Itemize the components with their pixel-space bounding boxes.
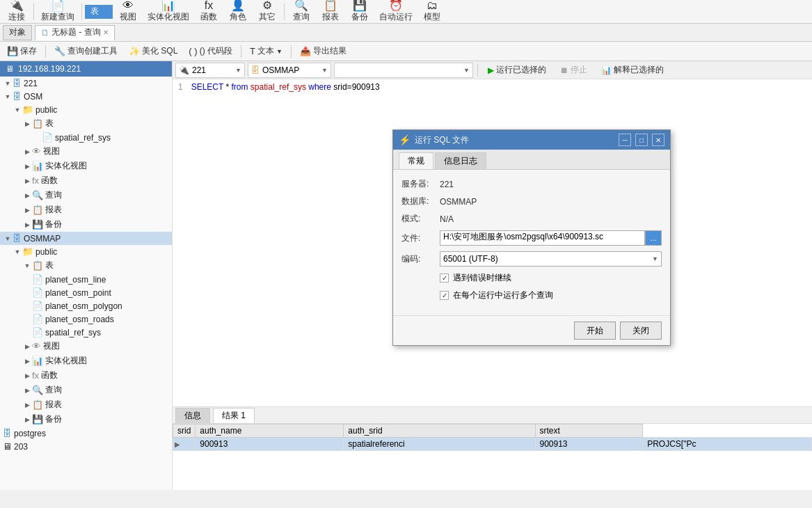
tab1-close-icon[interactable]: ✕: [103, 29, 109, 36]
sidebar-item-osmmap-mat-views[interactable]: ▶ 📊 实体化视图: [0, 354, 172, 368]
sidebar-item-osmmap-functions[interactable]: ▶ fx 函数: [0, 368, 172, 383]
role-button[interactable]: 👤 角色: [224, 0, 252, 24]
view-icon: 👁: [122, 0, 134, 11]
dialog-tab-general[interactable]: 常规: [399, 152, 433, 169]
db-icon-osmmap: 🗄: [13, 233, 22, 244]
file-input[interactable]: H:\安可地图服务\osm2pgsql\x64\900913.sc: [440, 230, 645, 246]
sidebar-item-osm-tables[interactable]: ▶ 📋 表: [0, 116, 172, 131]
sidebar-item-osm-public[interactable]: ▼ 📁 public: [0, 103, 172, 116]
connect-button[interactable]: 🔌 连接: [3, 0, 31, 24]
stb-sep2: [241, 45, 241, 58]
stop-button[interactable]: ⏹ 停止: [555, 63, 593, 77]
text-button[interactable]: T 文本 ▼: [246, 44, 287, 58]
nav-tab-query1[interactable]: 🗋 无标题 - 查询 ✕: [35, 25, 115, 40]
export-results-button[interactable]: 📤 导出结果: [296, 44, 351, 58]
sidebar-item-osm-mat-views[interactable]: ▶ 📊 实体化视图: [0, 159, 172, 173]
sidebar-item-osmmap[interactable]: ▼ 🗄 OSMMAP: [0, 232, 172, 245]
checkbox-multiple-queries[interactable]: ✓ 在每个运行中运行多个查询: [440, 289, 662, 301]
dialog-close-button[interactable]: ✕: [652, 134, 664, 146]
query-button[interactable]: 🔍 查询: [287, 0, 315, 24]
sidebar-item-osm[interactable]: ▼ 🗄 OSM: [0, 90, 172, 103]
mat-view-icon: 📊: [161, 0, 175, 11]
stb-sep3: [291, 45, 292, 58]
beautify-sql-button[interactable]: ✨ 美化 SQL: [125, 44, 182, 58]
sidebar-item-osmmap-reports[interactable]: ▶ 📋 报表: [0, 397, 172, 412]
sidebar-item-osmmap-tables[interactable]: ▼ 📋 表: [0, 258, 172, 273]
cell-srtext: PROJCS["Pc: [643, 438, 812, 451]
checkbox-continue-on-error[interactable]: ✓ 遇到错误时继续: [440, 272, 662, 284]
backup-icon-2: 💾: [32, 414, 43, 424]
info-tab[interactable]: 信息: [175, 408, 210, 423]
line-number-1: 1: [178, 82, 183, 92]
reports-icon-2: 📋: [32, 399, 43, 410]
sidebar-item-postgres[interactable]: 🗄 postgres: [0, 427, 172, 440]
report-button[interactable]: 📋 报表: [317, 0, 344, 24]
search-box[interactable]: ▼: [334, 63, 473, 78]
sidebar-item-osmmap-views[interactable]: ▶ 👁 视图: [0, 339, 172, 354]
encoding-select[interactable]: 65001 (UTF-8) ▼: [440, 251, 662, 267]
sidebar-item-planet-osm-point[interactable]: 📄 planet_osm_point: [0, 286, 172, 299]
row-arrow-icon: ▶: [175, 440, 180, 448]
sidebar-item-osmmap-queries[interactable]: ▶ 🔍 查询: [0, 383, 172, 397]
new-query-button[interactable]: 📄 新建查询: [37, 0, 79, 24]
dialog-server-row: 服务器: 221: [401, 178, 662, 190]
query-icon: 🔍: [294, 0, 308, 11]
auto-run-button[interactable]: ⏰ 自动运行: [375, 0, 417, 24]
browse-button[interactable]: ...: [645, 230, 662, 246]
arrow-osmmap-backup: ▶: [22, 416, 32, 423]
close-dialog-button[interactable]: 关闭: [620, 322, 662, 340]
checkbox-icon-2[interactable]: ✓: [440, 291, 449, 300]
results-tab-1[interactable]: 结果 1: [213, 408, 255, 423]
sidebar-item-221[interactable]: ▼ 🗄 221: [0, 77, 172, 90]
sidebar-item-planet-osm-roads[interactable]: 📄 planet_osm_roads: [0, 312, 172, 326]
function-button[interactable]: fx 函数: [195, 0, 223, 24]
query-builder-button[interactable]: 🔧 查询创建工具: [50, 44, 122, 58]
dialog-tab-info-log[interactable]: 信息日志: [435, 152, 486, 169]
dialog-maximize-button[interactable]: □: [635, 134, 648, 146]
dialog-file-row: 文件: H:\安可地图服务\osm2pgsql\x64\900913.sc ..…: [401, 230, 662, 246]
table-icon-line: 📄: [32, 274, 43, 285]
sidebar-item-osm-reports[interactable]: ▶ 📋 报表: [0, 203, 172, 217]
start-button[interactable]: 开始: [574, 322, 616, 340]
database-selector[interactable]: 🗄 OSMMAP ▼: [248, 63, 331, 78]
sidebar-item-osm-queries[interactable]: ▶ 🔍 查询: [0, 188, 172, 203]
table-row[interactable]: ▶ 900913 spatialreferenci 900913 PROJCS[…: [173, 438, 812, 451]
table-icon-srs2: 📄: [32, 327, 43, 338]
connection-selector[interactable]: 🔌 221 ▼: [175, 63, 245, 78]
dialog-minimize-button[interactable]: ─: [619, 134, 631, 146]
explain-selected-button[interactable]: 📊 解释已选择的: [596, 63, 669, 77]
col-header-srid: srid: [173, 424, 196, 438]
save-icon: 💾: [7, 46, 18, 56]
model-button[interactable]: 🗂 模型: [418, 0, 446, 24]
sidebar-item-osm-spatial-ref-sys[interactable]: 📄 spatial_ref_sys: [0, 131, 172, 144]
sidebar-item-osm-views[interactable]: ▶ 👁 视图: [0, 144, 172, 159]
queries-icon: 🔍: [32, 190, 43, 200]
results-area: 信息 结果 1 srid auth_name auth_srid srtext: [173, 406, 812, 490]
checkbox-icon-1[interactable]: ✓: [440, 273, 449, 283]
dialog-database-row: 数据库: OSMMAP: [401, 196, 662, 207]
mode-label: 模式:: [401, 213, 440, 225]
mat-view-button[interactable]: 📊 实体化视图: [143, 0, 193, 24]
sidebar-item-203[interactable]: 🖥 203: [0, 440, 172, 453]
backup-button[interactable]: 💾 备份: [346, 0, 374, 24]
dialog-title-icon: ⚡: [399, 134, 411, 145]
col-header-srtext: srtext: [535, 424, 643, 438]
sidebar-item-planet-osm-line[interactable]: 📄 planet_osm_line: [0, 273, 172, 286]
table-folder-icon: 📋: [32, 118, 43, 129]
auto-run-icon: ⏰: [389, 0, 403, 11]
sidebar-item-osmmap-srs[interactable]: 📄 spatial_ref_sys: [0, 326, 172, 339]
code-snippet-button[interactable]: ( ) () 代码段: [184, 44, 237, 58]
cell-auth-srid: 900913: [535, 438, 643, 451]
nav-tab-object[interactable]: 对象: [3, 25, 32, 40]
run-selected-button[interactable]: ▶ 运行已选择的: [482, 63, 552, 77]
sidebar-item-planet-osm-polygon[interactable]: 📄 planet_osm_polygon: [0, 299, 172, 312]
sidebar-item-osm-functions[interactable]: ▶ fx 函数: [0, 173, 172, 188]
sidebar-item-osm-backup[interactable]: ▶ 💾 备份: [0, 217, 172, 232]
other-button[interactable]: ⚙ 其它: [253, 0, 281, 24]
sidebar-item-osmmap-public[interactable]: ▼ 📁 public: [0, 245, 172, 258]
view-button[interactable]: 👁 视图: [114, 0, 142, 24]
sidebar-item-osmmap-backup[interactable]: ▶ 💾 备份: [0, 412, 172, 427]
backup-icon: 💾: [32, 219, 43, 230]
arrow-osm-functions: ▶: [22, 177, 32, 184]
save-button[interactable]: 💾 保存: [3, 44, 41, 58]
